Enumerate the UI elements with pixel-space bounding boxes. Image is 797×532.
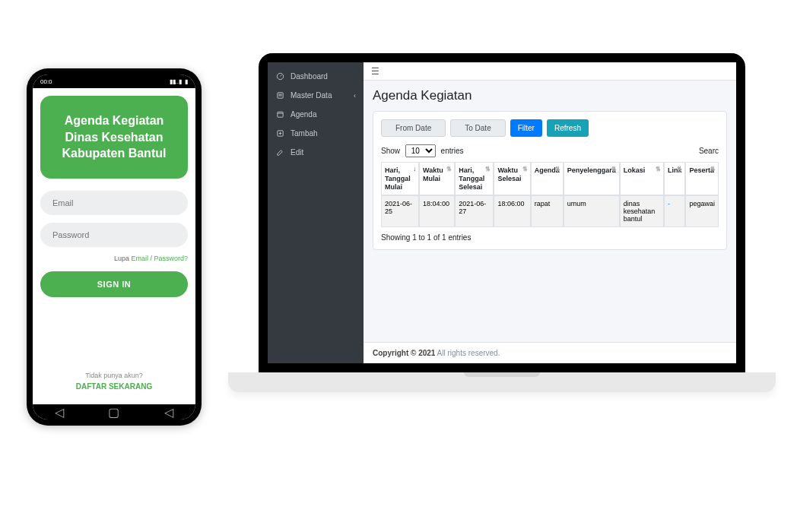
sidebar-item-agenda[interactable]: Agenda xyxy=(268,105,364,124)
search-label: Searc xyxy=(699,147,719,155)
sidebar-item-tambah[interactable]: Tambah xyxy=(268,124,364,143)
laptop-base xyxy=(228,372,776,392)
battery-icon: ▮ xyxy=(185,78,188,85)
sidebar-item-label: Edit xyxy=(291,148,303,157)
main-area: ☰ Agenda Kegiatan From Date To Date Filt… xyxy=(364,62,736,363)
sort-icon: ⇅ xyxy=(446,166,452,173)
copyright-bold: Copyright © 2021 xyxy=(373,349,435,357)
statusbar-time: 00:0 xyxy=(40,78,52,85)
phone-footer: Tidak punya akun? DAFTAR SEKARANG xyxy=(40,372,188,397)
refresh-button[interactable]: Refresh xyxy=(547,119,589,137)
add-icon xyxy=(275,129,284,138)
cell-penyelenggara: umum xyxy=(564,195,620,227)
table-row: 2021-06-25 18:04:00 2021-06-27 18:06:00 … xyxy=(381,195,719,227)
col-lokasi[interactable]: Lokasi⇅ xyxy=(620,162,664,195)
topbar: ☰ xyxy=(364,62,736,81)
cell-waktu-selesai: 18:06:00 xyxy=(494,195,530,227)
sort-icon: ⇅ xyxy=(485,166,491,173)
sort-icon: ⇅ xyxy=(677,166,682,173)
login-title: Agenda Kegiatan Dinas Kesehatan Kabupate… xyxy=(40,96,188,179)
from-date-input[interactable]: From Date xyxy=(381,119,446,137)
nav-home-icon[interactable]: ▢ xyxy=(108,405,119,420)
show-entries: Show 10 entries xyxy=(381,144,464,157)
cell-peserta: pegawai xyxy=(685,195,719,227)
cell-tgl-selesai: 2021-06-27 xyxy=(455,195,494,227)
register-link[interactable]: DAFTAR SEKARANG xyxy=(40,382,188,391)
footer: Copyright © 2021 All rights reserved. xyxy=(364,342,736,363)
table-info: Showing 1 to 1 of 1 entries xyxy=(381,233,719,242)
laptop-frame: Dashboard Master Data ‹ Agenda xyxy=(259,53,745,372)
cell-tgl-mulai: 2021-06-25 xyxy=(381,195,419,227)
password-field[interactable] xyxy=(40,223,188,247)
agenda-icon xyxy=(275,110,284,119)
hamburger-icon[interactable]: ☰ xyxy=(371,66,379,77)
sidebar-item-label: Dashboard xyxy=(291,72,328,81)
to-date-input[interactable]: To Date xyxy=(450,119,505,137)
filter-row: From Date To Date Filter Refresh xyxy=(381,119,719,137)
sidebar: Dashboard Master Data ‹ Agenda xyxy=(268,62,364,363)
cell-link[interactable]: - xyxy=(664,195,686,227)
col-agenda[interactable]: Agenda⇅ xyxy=(531,162,564,195)
col-tgl-selesai[interactable]: Hari, Tanggal Selesai⇅ xyxy=(455,162,494,195)
sidebar-item-label: Agenda xyxy=(291,110,316,119)
sort-icon: ⇅ xyxy=(611,166,617,173)
agenda-table: Hari, Tanggal Mulai↓ Waktu Mulai⇅ Hari, … xyxy=(381,162,719,227)
page-title: Agenda Kegiatan xyxy=(373,88,727,103)
phone-statusbar: 00:0 ▮▮..▮ ▮ xyxy=(33,74,195,88)
svg-rect-3 xyxy=(278,96,282,97)
phone-screen: 00:0 ▮▮..▮ ▮ Agenda Kegiatan Dinas Keseh… xyxy=(33,74,195,420)
forgot-link[interactable]: Email / Password? xyxy=(131,255,188,262)
laptop-screen: Dashboard Master Data ‹ Agenda xyxy=(268,62,736,363)
sort-icon: ⇅ xyxy=(555,166,560,173)
cell-lokasi: dinas kesehatan bantul xyxy=(620,195,664,227)
phone-content: Agenda Kegiatan Dinas Kesehatan Kabupate… xyxy=(33,88,195,404)
filter-button[interactable]: Filter xyxy=(510,119,542,137)
sort-icon: ⇅ xyxy=(710,166,716,173)
entries-select[interactable]: 10 xyxy=(405,144,436,157)
sidebar-item-dashboard[interactable]: Dashboard xyxy=(268,67,364,86)
data-icon xyxy=(275,91,284,100)
table-controls: Show 10 entries Searc xyxy=(381,144,719,157)
phone-navbar: ◁ ▢ ◁ xyxy=(33,404,195,420)
sidebar-item-masterdata[interactable]: Master Data ‹ xyxy=(268,86,364,105)
svg-rect-2 xyxy=(278,94,282,95)
dashboard-icon xyxy=(275,72,284,81)
col-waktu-mulai[interactable]: Waktu Mulai⇅ xyxy=(419,162,455,195)
sidebar-item-label: Tambah xyxy=(291,129,318,138)
sort-icon: ⇅ xyxy=(656,166,661,173)
laptop-mockup: Dashboard Master Data ‹ Agenda xyxy=(228,53,776,392)
svg-rect-4 xyxy=(277,112,282,117)
col-waktu-selesai[interactable]: Waktu Selesai⇅ xyxy=(494,162,530,195)
col-penyelenggara[interactable]: Penyelenggara⇅ xyxy=(564,162,620,195)
no-account-label: Tidak punya akun? xyxy=(85,372,143,379)
signin-button[interactable]: SIGN IN xyxy=(40,271,188,297)
sidebar-item-label: Master Data xyxy=(291,91,332,100)
nav-recent-icon[interactable]: ◁ xyxy=(164,405,173,420)
filter-card: From Date To Date Filter Refresh Show 10… xyxy=(373,111,727,250)
forgot-password: Lupa Email / Password? xyxy=(40,255,188,262)
nav-back-icon[interactable]: ◁ xyxy=(55,405,64,420)
copyright-rest: All rights reserved. xyxy=(435,349,500,357)
sidebar-item-edit[interactable]: Edit xyxy=(268,143,364,162)
phone-mockup: 00:0 ▮▮..▮ ▮ Agenda Kegiatan Dinas Keseh… xyxy=(27,68,202,426)
signal-icon: ▮▮..▮ xyxy=(170,78,182,85)
content: Agenda Kegiatan From Date To Date Filter… xyxy=(364,81,736,342)
sort-icon: ⇅ xyxy=(522,166,528,173)
chevron-left-icon: ‹ xyxy=(354,92,356,100)
col-link[interactable]: Link⇅ xyxy=(664,162,686,195)
col-tgl-mulai[interactable]: Hari, Tanggal Mulai↓ xyxy=(381,162,419,195)
edit-icon xyxy=(275,148,284,157)
email-field[interactable] xyxy=(40,191,188,215)
sort-down-icon: ↓ xyxy=(413,166,416,173)
col-peserta[interactable]: Peserta⇅ xyxy=(685,162,719,195)
cell-agenda: rapat xyxy=(531,195,564,227)
cell-waktu-mulai: 18:04:00 xyxy=(419,195,455,227)
